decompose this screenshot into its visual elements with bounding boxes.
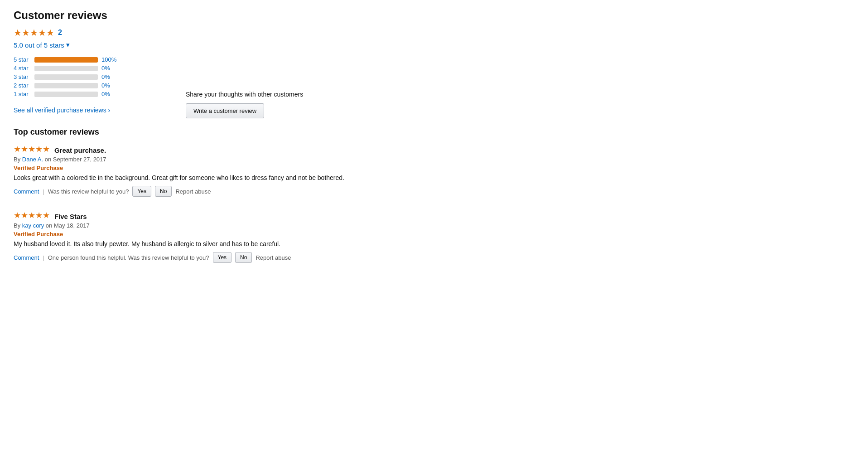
divider: |	[43, 188, 44, 195]
share-text: Share your thoughts with other customers	[186, 91, 303, 98]
review-actions: Comment | Was this review helpful to you…	[14, 186, 854, 197]
review-header: ★★★★★ Five Stars	[14, 210, 854, 220]
rating-pct: 0%	[101, 73, 118, 80]
rating-summary[interactable]: 5.0 out of 5 stars ▾	[14, 41, 177, 49]
rating-bar-bg	[34, 74, 98, 80]
review-stars: ★★★★★	[14, 211, 50, 220]
comment-link[interactable]: Comment	[14, 254, 39, 261]
review-title: Great purchase.	[54, 146, 106, 154]
helpful-yes-button[interactable]: Yes	[213, 252, 232, 263]
review-date: May 18, 2017	[54, 222, 90, 229]
rating-pct: 0%	[101, 82, 118, 89]
report-abuse-link[interactable]: Report abuse	[256, 254, 291, 261]
review-meta: By kay cory on May 18, 2017	[14, 222, 854, 229]
rating-bar-bg	[34, 92, 98, 97]
star-label: 5 star	[14, 56, 31, 63]
star-label: 2 star	[14, 82, 31, 89]
rating-bar-fill	[34, 57, 98, 63]
comment-link[interactable]: Comment	[14, 188, 39, 195]
review-block: ★★★★★ Five Stars By kay cory on May 18, …	[14, 210, 854, 263]
helpful-no-button[interactable]: No	[155, 186, 172, 197]
report-abuse-link[interactable]: Report abuse	[175, 188, 211, 195]
rating-row[interactable]: 4 star 0%	[14, 65, 177, 72]
rating-pct: 0%	[101, 65, 118, 72]
verified-badge: Verified Purchase	[14, 165, 854, 171]
rating-row[interactable]: 1 star 0%	[14, 91, 177, 97]
rating-pct: 100%	[101, 56, 118, 63]
star-label: 3 star	[14, 73, 31, 80]
top-reviews-title: Top customer reviews	[14, 127, 854, 137]
ratings-breakdown: 5 star 100% 4 star 0% 3 star 0% 2 star 0…	[14, 56, 177, 97]
helpful-no-button[interactable]: No	[235, 252, 252, 263]
rating-bar-bg	[34, 66, 98, 71]
review-body: Looks great with a colored tie in the ba…	[14, 174, 421, 181]
write-review-panel: Share your thoughts with other customers…	[186, 91, 303, 118]
review-meta: By Dane A. on September 27, 2017	[14, 156, 854, 163]
rating-row[interactable]: 5 star 100%	[14, 56, 177, 63]
review-date: September 27, 2017	[53, 156, 106, 163]
reviews-container: ★★★★★ Great purchase. By Dane A. on Sept…	[14, 144, 854, 263]
rating-row[interactable]: 2 star 0%	[14, 82, 177, 89]
helpful-yes-button[interactable]: Yes	[132, 186, 151, 197]
rating-bar-bg	[34, 57, 98, 63]
star-label: 4 star	[14, 65, 31, 72]
review-body: My husband loved it. Its also truly pewt…	[14, 240, 421, 247]
overall-stars: ★★★★★	[14, 27, 54, 38]
review-header: ★★★★★ Great purchase.	[14, 144, 854, 154]
helpful-text: Was this review helpful to you?	[48, 188, 129, 195]
review-actions: Comment | One person found this helpful.…	[14, 252, 854, 263]
page-title: Customer reviews	[14, 9, 854, 22]
star-label: 1 star	[14, 91, 31, 97]
see-all-verified-link[interactable]: See all verified purchase reviews ›	[14, 107, 177, 114]
divider: |	[43, 254, 44, 261]
review-author[interactable]: Dane A.	[22, 156, 43, 163]
rating-pct: 0%	[101, 91, 118, 97]
rating-row[interactable]: 3 star 0%	[14, 73, 177, 80]
review-title: Five Stars	[54, 213, 87, 220]
review-stars: ★★★★★	[14, 145, 50, 154]
rating-count[interactable]: 2	[58, 29, 62, 37]
rating-bar-bg	[34, 83, 98, 88]
write-review-button[interactable]: Write a customer review	[186, 103, 264, 118]
helpful-text: One person found this helpful. Was this …	[48, 254, 209, 261]
verified-badge: Verified Purchase	[14, 231, 854, 238]
review-author[interactable]: kay cory	[22, 222, 44, 229]
review-block: ★★★★★ Great purchase. By Dane A. on Sept…	[14, 144, 854, 197]
